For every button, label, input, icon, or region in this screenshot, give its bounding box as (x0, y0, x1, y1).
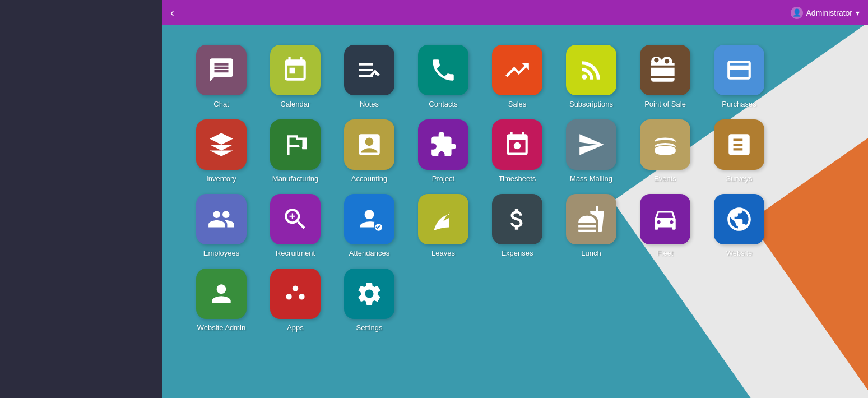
app-website[interactable]: Website (703, 194, 775, 257)
recruitment-icon (270, 194, 321, 244)
notes-icon (344, 45, 394, 95)
fleet-icon (640, 194, 690, 244)
app-notes[interactable]: Notes (333, 45, 405, 108)
app-fleet[interactable]: Fleet (629, 194, 701, 257)
attendances-icon (344, 194, 394, 244)
employees-icon (196, 194, 247, 244)
app-leaves[interactable]: Leaves (407, 194, 479, 257)
employees-label: Employees (203, 249, 239, 257)
app-subscriptions[interactable]: Subscriptions (555, 45, 627, 108)
app-timesheets[interactable]: Timesheets (481, 119, 553, 183)
project-icon (418, 119, 468, 170)
mass-mailing-label: Mass Mailing (570, 174, 612, 183)
app-inventory[interactable]: Inventory (185, 119, 257, 183)
inventory-icon (196, 119, 247, 170)
manufacturing-icon (270, 119, 321, 170)
subscriptions-icon (566, 45, 616, 95)
lunch-icon (566, 194, 616, 244)
back-button[interactable]: ‹ (170, 6, 174, 19)
app-attendances[interactable]: Attendances (333, 194, 405, 257)
timesheets-icon (492, 119, 542, 170)
pos-icon (640, 45, 690, 95)
manufacturing-label: Manufacturing (272, 174, 318, 183)
pos-label: Point of Sale (644, 100, 686, 108)
app-surveys[interactable]: Surveys (703, 119, 775, 183)
notes-label: Notes (360, 100, 379, 108)
mass-mailing-icon (566, 119, 616, 170)
sales-label: Sales (508, 100, 527, 108)
calendar-icon (270, 45, 321, 95)
app-expenses[interactable]: Expenses (481, 194, 553, 257)
leaves-label: Leaves (431, 249, 455, 257)
leaves-icon (418, 194, 468, 244)
main-container: ‹ 👤 Administrator ▾ Chat Calendar (162, 0, 868, 398)
website-admin-label: Website Admin (197, 323, 245, 332)
sales-icon (492, 45, 542, 95)
calendar-label: Calendar (281, 100, 310, 108)
contacts-icon (418, 45, 468, 95)
app-purchases[interactable]: Purchases (703, 45, 775, 108)
lunch-label: Lunch (581, 249, 601, 257)
app-sales[interactable]: Sales (481, 45, 553, 108)
inventory-label: Inventory (206, 174, 236, 183)
website-admin-icon (196, 269, 247, 319)
app-chat[interactable]: Chat (185, 45, 257, 108)
app-grid: Chat Calendar Notes Contacts (162, 25, 868, 357)
app-accounting[interactable]: Accounting (333, 119, 405, 183)
subscriptions-label: Subscriptions (569, 100, 613, 108)
app-recruitment[interactable]: Recruitment (259, 194, 331, 257)
accounting-label: Accounting (351, 174, 387, 183)
contacts-label: Contacts (429, 100, 457, 108)
events-label: Events (654, 174, 676, 183)
app-manufacturing[interactable]: Manufacturing (259, 119, 331, 183)
events-icon (640, 119, 690, 170)
fleet-label: Fleet (657, 249, 674, 257)
accounting-icon (344, 119, 394, 170)
app-website-admin[interactable]: Website Admin (185, 269, 257, 332)
settings-label: Settings (356, 323, 383, 332)
apps-icon (270, 269, 321, 319)
user-name-label: Administrator (806, 8, 852, 17)
app-apps[interactable]: Apps (259, 269, 331, 332)
app-pos[interactable]: Point of Sale (629, 45, 701, 108)
expenses-icon (492, 194, 542, 244)
left-panel (0, 0, 162, 398)
app-project[interactable]: Project (407, 119, 479, 183)
user-menu[interactable]: 👤 Administrator ▾ (791, 7, 860, 19)
website-label: Website (726, 249, 753, 257)
app-mass-mailing[interactable]: Mass Mailing (555, 119, 627, 183)
purchases-label: Purchases (722, 100, 756, 108)
settings-icon (344, 269, 394, 319)
website-icon (714, 194, 764, 244)
surveys-label: Surveys (726, 174, 753, 183)
chat-label: Chat (213, 100, 229, 108)
user-avatar-icon: 👤 (791, 7, 803, 19)
project-label: Project (432, 174, 454, 183)
app-settings[interactable]: Settings (333, 269, 405, 332)
dropdown-icon: ▾ (856, 8, 860, 17)
app-calendar[interactable]: Calendar (259, 45, 331, 108)
attendances-label: Attendances (349, 249, 389, 257)
recruitment-label: Recruitment (276, 249, 315, 257)
app-employees[interactable]: Employees (185, 194, 257, 257)
app-lunch[interactable]: Lunch (555, 194, 627, 257)
app-events[interactable]: Events (629, 119, 701, 183)
chat-icon (196, 45, 247, 95)
purchases-icon (714, 45, 764, 95)
app-contacts[interactable]: Contacts (407, 45, 479, 108)
topbar: ‹ 👤 Administrator ▾ (162, 0, 868, 25)
apps-label: Apps (287, 323, 304, 332)
expenses-label: Expenses (501, 249, 533, 257)
timesheets-label: Timesheets (499, 174, 536, 183)
surveys-icon (714, 119, 764, 170)
